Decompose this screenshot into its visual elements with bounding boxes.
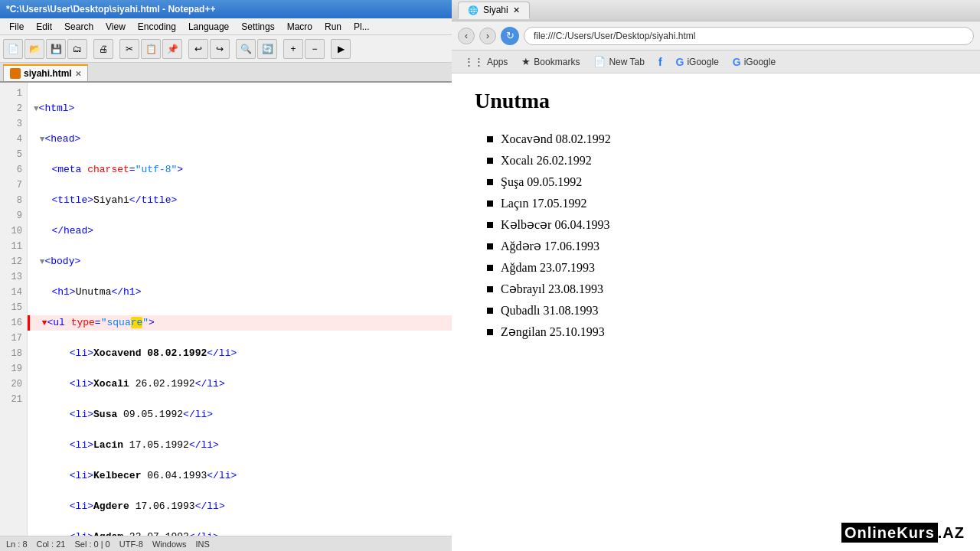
undo-button[interactable]: ↩ [188, 39, 208, 59]
list-item-text: Laçın 17.05.1992 [501, 193, 586, 214]
browser-tab-close[interactable]: ✕ [513, 5, 520, 15]
cut-button[interactable]: ✂ [119, 39, 139, 59]
watermark-brand1: OnlineKurs [841, 523, 938, 543]
bookmark-facebook[interactable]: f [652, 54, 668, 70]
list-item-text: Xocavənd 08.02.1992 [501, 129, 611, 150]
bullet-square-icon [487, 158, 493, 164]
list-item-text: Ağdam 23.07.1993 [501, 257, 595, 279]
copy-button[interactable]: 📋 [141, 39, 161, 59]
browser-content: Unutma Xocavənd 08.02.1992Xocalı 26.02.1… [452, 73, 980, 551]
list-item-text: Xocalı 26.02.1992 [501, 150, 592, 171]
paste-button[interactable]: 📌 [162, 39, 182, 59]
bullet-square-icon [487, 136, 493, 142]
menu-encoding[interactable]: Encoding [132, 20, 182, 34]
bullet-square-icon [487, 286, 493, 292]
npp-active-tab[interactable]: siyahi.html ✕ [3, 64, 88, 81]
browser-titlebar: 🌐 Siyahi ✕ [452, 0, 980, 21]
back-button[interactable]: ‹ [458, 28, 475, 44]
bookmark-igoogle1-label: iGoogle [687, 57, 718, 67]
bookmark-bookmarks-label: Bookmarks [534, 57, 580, 67]
list-item: Qubadlı 31.08.1993 [487, 300, 957, 321]
list-item-text: Qubadlı 31.08.1993 [501, 300, 599, 321]
watermark-brand2: .AZ [938, 524, 965, 541]
menu-view[interactable]: View [100, 20, 132, 34]
browser-tab-title: Siyahi [483, 5, 508, 15]
bullet-square-icon [487, 329, 493, 335]
code-line-3: <meta charset="utf-8"> [34, 162, 446, 178]
bullet-square-icon [487, 308, 493, 314]
code-line-14: <li>Agdere 17.06.1993</li> [34, 499, 446, 514]
status-ins: INS [196, 540, 210, 549]
menu-macro[interactable]: Macro [281, 20, 318, 34]
bookmark-newtab[interactable]: 📄 New Tab [587, 54, 650, 69]
zoom-in-button[interactable]: + [283, 39, 303, 59]
code-line-15: <li>Agdam 23.07.1993</li> [34, 530, 446, 536]
bookmark-igoogle1[interactable]: G iGoogle [670, 54, 725, 70]
page-icon: 📄 [593, 56, 606, 67]
list-item: Zəngilan 25.10.1993 [487, 321, 957, 343]
menu-run[interactable]: Run [318, 20, 348, 34]
list-item: Ağdam 23.07.1993 [487, 257, 957, 279]
list-item-text: Kəlbəcər 06.04.1993 [501, 214, 609, 236]
page-heading: Unutma [475, 89, 957, 113]
browser-tab[interactable]: 🌐 Siyahi ✕ [458, 2, 530, 19]
menu-search[interactable]: Search [58, 20, 100, 34]
menu-settings[interactable]: Settings [235, 20, 280, 34]
save-button[interactable]: 💾 [46, 39, 66, 59]
list-item-text: Zəngilan 25.10.1993 [501, 321, 605, 343]
browser-addrbar: ‹ › ↻ [452, 21, 980, 51]
bullet-square-icon [487, 179, 493, 185]
code-line-12: <li>Lacin 17.05.1992</li> [34, 438, 446, 453]
bookmark-apps[interactable]: ⋮⋮ Apps [458, 54, 514, 69]
menu-file[interactable]: File [3, 20, 30, 34]
find-button[interactable]: 🔍 [236, 39, 256, 59]
zoom-out-button[interactable]: − [305, 39, 325, 59]
code-content[interactable]: ▼<html> ▼<head> <meta charset="utf-8"> <… [28, 83, 452, 536]
tab-close-button[interactable]: ✕ [75, 70, 81, 78]
code-line-2: ▼<head> [34, 132, 446, 147]
status-sel: Sel : 0 | 0 [74, 540, 109, 549]
menu-plugins[interactable]: Pl... [348, 20, 376, 34]
list-item: Xocavənd 08.02.1992 [487, 129, 957, 150]
browser-bookmarks-bar: ⋮⋮ Apps ★ Bookmarks 📄 New Tab f G iGoogl… [452, 51, 980, 73]
apps-grid-icon: ⋮⋮ [464, 56, 484, 67]
status-ln: Ln : 8 [6, 540, 28, 549]
bookmark-newtab-label: New Tab [609, 57, 644, 67]
npp-toolbar: 📄 📂 💾 🗂 🖨 ✂ 📋 📌 ↩ ↪ 🔍 🔄 + − ▶ [0, 35, 452, 63]
menu-edit[interactable]: Edit [30, 20, 58, 34]
new-button[interactable]: 📄 [3, 39, 23, 59]
tab-filename: siyahi.html [24, 68, 72, 79]
bookmark-igoogle2[interactable]: G iGoogle [727, 54, 782, 70]
bullet-square-icon [487, 222, 493, 228]
npp-tabbar: siyahi.html ✕ [0, 63, 452, 83]
save-all-button[interactable]: 🗂 [67, 39, 87, 59]
code-line-8: ▼<ul type="square"> [28, 315, 452, 331]
npp-titlebar: *C:\Users\User\Desktop\siyahi.html - Not… [0, 0, 452, 18]
bullet-square-icon [487, 265, 493, 271]
bookmark-igoogle2-label: iGoogle [744, 57, 776, 67]
list-item: Ağdərə 17.06.1993 [487, 236, 957, 257]
code-line-9: <li>Xocavend 08.02.1992</li> [34, 346, 446, 361]
code-line-11: <li>Susa 09.05.1992</li> [34, 407, 446, 422]
google1-icon: G [676, 56, 684, 68]
macro-button[interactable]: ▶ [331, 39, 351, 59]
bookmark-bookmarks[interactable]: ★ Bookmarks [515, 54, 586, 69]
address-input[interactable] [524, 27, 974, 45]
print-button[interactable]: 🖨 [93, 39, 113, 59]
code-line-7: <h1>Unutma</h1> [34, 285, 446, 300]
redo-button[interactable]: ↪ [210, 39, 230, 59]
replace-button[interactable]: 🔄 [257, 39, 277, 59]
list-item: Şuşa 09.05.1992 [487, 171, 957, 193]
browser-panel: 🌐 Siyahi ✕ ‹ › ↻ ⋮⋮ Apps ★ Bookmarks 📄 N… [452, 0, 980, 551]
npp-code-area[interactable]: 12345 678910 1112131415 1617181920 21 ▼<… [0, 83, 452, 536]
star-icon: ★ [521, 56, 531, 67]
bullet-square-icon [487, 243, 493, 249]
refresh-button[interactable]: ↻ [501, 27, 519, 45]
list-item-text: Şuşa 09.05.1992 [501, 171, 582, 193]
forward-button[interactable]: › [479, 28, 496, 44]
list-item: Kəlbəcər 06.04.1993 [487, 214, 957, 236]
open-button[interactable]: 📂 [24, 39, 44, 59]
code-line-5: </head> [34, 223, 446, 239]
menu-language[interactable]: Language [182, 20, 235, 34]
status-encoding: UTF-8 [119, 540, 143, 549]
